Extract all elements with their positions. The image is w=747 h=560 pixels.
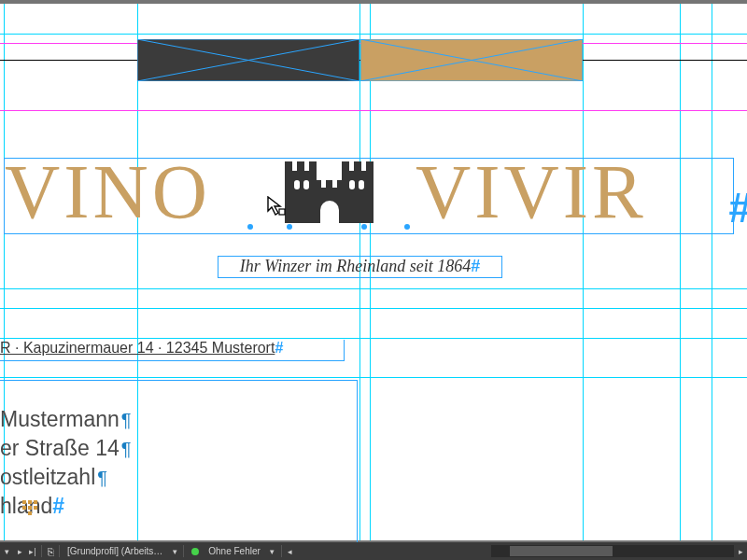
guide-vertical bbox=[680, 4, 681, 540]
guide-horizontal bbox=[0, 34, 747, 35]
open-page-icon[interactable]: ⎘ bbox=[44, 542, 57, 560]
selection-handle bbox=[287, 224, 292, 230]
sender-text-frame[interactable]: R · Kapuzinermauer 14 · 12345 Musterort# bbox=[0, 340, 345, 361]
pilcrow-icon: ¶ bbox=[120, 439, 132, 459]
svg-rect-19 bbox=[303, 180, 309, 189]
svg-rect-20 bbox=[349, 180, 355, 189]
end-of-story-hash: # bbox=[52, 494, 64, 518]
address-line: er Straße 14¶ bbox=[0, 434, 357, 463]
guide-horizontal bbox=[0, 308, 747, 309]
svg-rect-16 bbox=[326, 180, 332, 189]
address-line: Mustermann¶ bbox=[0, 405, 357, 434]
svg-rect-21 bbox=[359, 180, 364, 189]
document-canvas[interactable]: VINO VIVIR bbox=[0, 4, 747, 540]
page-nav-dropdown[interactable]: ▾ bbox=[0, 542, 13, 560]
end-of-story-hash: # bbox=[471, 257, 480, 275]
svg-rect-13 bbox=[366, 161, 374, 171]
overset-text-icon bbox=[22, 500, 41, 517]
margin-guide bbox=[0, 110, 747, 111]
svg-rect-10 bbox=[309, 161, 317, 171]
svg-rect-18 bbox=[294, 180, 300, 189]
h-scrollbar-thumb[interactable] bbox=[510, 546, 613, 556]
svg-rect-8 bbox=[285, 161, 292, 171]
h-scroll-left[interactable]: ◂ bbox=[284, 542, 297, 560]
page-nav-last[interactable]: ▸| bbox=[26, 542, 39, 560]
image-placeholder-tan[interactable] bbox=[360, 39, 583, 81]
svg-rect-9 bbox=[297, 161, 304, 171]
end-of-story-hash: # bbox=[729, 185, 747, 231]
guide-vertical bbox=[583, 4, 584, 540]
guide-horizontal bbox=[0, 377, 747, 378]
preflight-profile[interactable]: [Grundprofil] (Arbeits… bbox=[62, 546, 168, 556]
preflight-status-dropdown[interactable]: ▾ bbox=[266, 542, 279, 560]
tagline-text-frame[interactable]: Ihr Winzer im Rheinland seit 1864# bbox=[218, 256, 502, 278]
logo-text-frame[interactable]: VINO VIVIR bbox=[4, 158, 734, 234]
image-placeholder-dark[interactable] bbox=[137, 39, 359, 81]
address-text-frame[interactable]: Mustermann¶ er Straße 14¶ ostleitzahl¶ h… bbox=[0, 380, 358, 545]
end-of-story-hash: # bbox=[275, 340, 283, 356]
status-bar: ▾ ▸ ▸| ⎘ [Grundprofil] (Arbeits… ▾ Ohne … bbox=[0, 542, 747, 560]
tagline-text: Ihr Winzer im Rheinland seit 1864 bbox=[240, 257, 471, 275]
h-scroll-right[interactable]: ▸ bbox=[734, 542, 747, 560]
sender-line: R · Kapuzinermauer 14 · 12345 Musterort bbox=[0, 340, 275, 356]
page-nav-next[interactable]: ▸ bbox=[13, 542, 26, 560]
preflight-status-dot bbox=[191, 548, 199, 555]
guide-horizontal bbox=[0, 288, 747, 289]
address-line: hland# bbox=[0, 492, 357, 520]
svg-rect-17 bbox=[337, 180, 344, 189]
guide-horizontal bbox=[0, 338, 747, 339]
svg-rect-11 bbox=[342, 161, 349, 171]
preflight-status-text[interactable]: Ohne Fehler bbox=[203, 546, 266, 556]
selection-handle bbox=[247, 224, 253, 230]
guide-vertical bbox=[712, 4, 712, 540]
h-scrollbar-track[interactable] bbox=[491, 545, 734, 557]
pilcrow-icon: ¶ bbox=[120, 410, 132, 430]
selection-handle bbox=[361, 224, 367, 230]
castle-icon bbox=[247, 154, 411, 229]
logo-word-right: VIVIR bbox=[416, 159, 647, 226]
pilcrow-icon: ¶ bbox=[95, 468, 107, 488]
svg-rect-15 bbox=[315, 180, 321, 189]
address-line: ostleitzahl¶ bbox=[0, 463, 357, 492]
selection-handle bbox=[404, 224, 410, 230]
preflight-dropdown[interactable]: ▾ bbox=[168, 542, 181, 560]
logo-word-left: VINO bbox=[5, 159, 211, 226]
svg-rect-12 bbox=[354, 161, 361, 171]
